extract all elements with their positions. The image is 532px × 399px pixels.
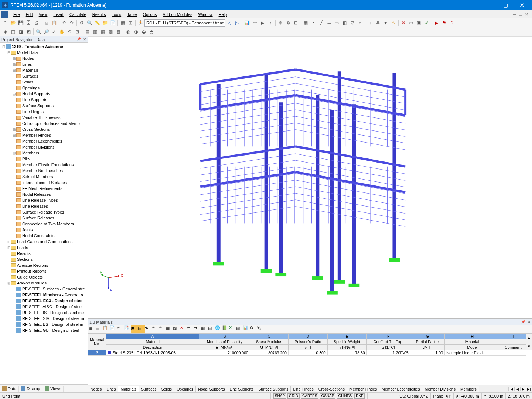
disp4-icon[interactable]: ◓ [148, 28, 155, 35]
del-icon[interactable]: ✕ [400, 19, 407, 27]
view3-icon[interactable]: ▦ [99, 28, 106, 35]
menu-insert[interactable]: Insert [50, 11, 66, 17]
tab-display[interactable]: Display [19, 386, 42, 392]
areaload-icon[interactable]: ▼ [382, 19, 389, 27]
report-icon[interactable]: 📄 [109, 19, 116, 27]
zoom-out-icon[interactable]: 🔎 [42, 28, 50, 35]
menu-edit[interactable]: Edit [23, 11, 36, 17]
menu-addon-modules[interactable]: Add-on Modules [160, 11, 195, 17]
line-icon[interactable]: ╱ [318, 19, 325, 27]
tab-last-icon[interactable]: ▶| [526, 387, 532, 391]
tree-item[interactable]: Ribs [0, 156, 88, 162]
tb-icon[interactable]: ▧ [173, 325, 180, 332]
tree-item[interactable]: Orthotropic Surfaces and Memb [0, 120, 88, 126]
hinge-icon[interactable]: ○ [357, 19, 364, 27]
table-tab[interactable]: Surface Supports [256, 386, 291, 392]
table-tab[interactable]: Member Eccentricities [379, 386, 422, 392]
tree-item[interactable]: ⊞Nodes [0, 55, 88, 61]
support-icon[interactable]: ▽ [349, 19, 356, 27]
tree-item[interactable]: Openings [0, 85, 88, 91]
tree-item[interactable]: RF-STEEL BS - Design of steel m [0, 321, 88, 327]
tree-item[interactable]: Connection of Two Members [0, 221, 88, 227]
tree-item[interactable]: Line Hinges [0, 109, 88, 115]
anim-icon[interactable]: ▶ [259, 19, 266, 27]
zoom-win-icon[interactable]: ⊡ [74, 28, 81, 35]
prev-icon[interactable]: ◁ [226, 19, 233, 27]
tree-item[interactable]: Surface Supports [0, 103, 88, 109]
tree-item[interactable]: ⊞Members [0, 150, 88, 156]
tree-item[interactable]: Nodal Releases [0, 191, 88, 197]
tab-first-icon[interactable]: |◀ [508, 387, 514, 391]
table-tab[interactable]: Nodal Supports [195, 386, 227, 392]
table-tab[interactable]: Openings [174, 386, 196, 392]
tb-icon[interactable]: ⇒ [194, 325, 201, 332]
maximize-button[interactable]: ▢ [497, 0, 514, 10]
tree-item[interactable]: RF-STEEL GB - Design of steel m [0, 327, 88, 333]
tree-item[interactable]: Member Eccentricities [0, 138, 88, 144]
tool-icon[interactable]: ⊕ [277, 19, 284, 27]
tree-item[interactable]: RF-STEEL IS - Design of steel me [0, 310, 88, 316]
snap-toggle[interactable]: OSNAP [320, 393, 335, 399]
pin-icon[interactable]: 📌 [77, 37, 81, 41]
tb-fx-icon[interactable]: fx [250, 325, 257, 332]
disp2-icon[interactable]: ◑ [132, 28, 140, 35]
xz-icon[interactable]: ◩ [25, 28, 32, 35]
model-viewport[interactable]: x y z [88, 36, 532, 318]
table-tab[interactable]: Member Hinges [347, 386, 379, 392]
tb-icon[interactable]: 📋 [103, 325, 110, 332]
tree-item[interactable]: Printout Reports [0, 268, 88, 274]
tab-views[interactable]: Views [42, 386, 64, 392]
tree-item[interactable]: ⊞Loads [0, 245, 88, 250]
window-icon[interactable]: ⊞ [127, 19, 134, 27]
tb-icon[interactable]: 📑 [124, 325, 131, 332]
tree-item[interactable]: Results [0, 250, 88, 256]
tree-item[interactable]: Variable Thicknesses [0, 115, 88, 120]
find-icon[interactable]: 🔍 [86, 19, 93, 27]
tree-item[interactable]: ⊞Load Cases and Combinations [0, 239, 88, 245]
menu-table[interactable]: Table [124, 11, 140, 17]
menu-file[interactable]: File [10, 11, 23, 17]
results-icon[interactable]: 📊 [243, 19, 251, 27]
tree-item[interactable]: RF-STEEL Members - General s [0, 292, 88, 298]
tb-icon[interactable]: ▦ [89, 325, 96, 332]
tb-icon[interactable]: 📗 [222, 325, 229, 332]
tb-icon[interactable]: ▦ [236, 325, 243, 332]
pan-icon[interactable]: ✋ [58, 28, 65, 35]
tb-icon[interactable]: ▤ [96, 325, 103, 332]
snap-toggle[interactable]: GLINES [337, 393, 353, 399]
view1-icon[interactable]: ▤ [83, 28, 91, 35]
member-icon[interactable]: ═ [325, 19, 333, 27]
tree-item[interactable]: Sections [0, 256, 88, 262]
tree-item[interactable]: ⊞Add-on Modules [0, 280, 88, 286]
person-icon[interactable]: 🏃 [137, 19, 144, 27]
table-icon[interactable]: ▦ [119, 19, 126, 27]
tree-item[interactable]: Surface Release Types [0, 209, 88, 215]
xy-icon[interactable]: ◫ [9, 28, 17, 35]
tree-item[interactable]: Member Divisions [0, 144, 88, 150]
tree-item[interactable]: Sets of Members [0, 174, 88, 180]
yz-icon[interactable]: ◪ [17, 28, 24, 35]
tree-item[interactable]: Guide Objects [0, 274, 88, 280]
table-tab[interactable]: Nodes [88, 386, 104, 392]
tree-item[interactable]: Surfaces [0, 73, 88, 79]
table-tab[interactable]: Cross-Sections [316, 386, 347, 392]
iso-icon[interactable]: ◈ [1, 28, 9, 35]
tree-item[interactable]: RF-STEEL SIA - Design of steel m [0, 316, 88, 321]
table-tab[interactable]: Members [458, 386, 479, 392]
mdi-minimize-icon[interactable]: — [512, 12, 517, 17]
navigator-tree[interactable]: ⊟1219 - Fondation Avicenne⊟Model Data⊞No… [0, 43, 88, 384]
cut-icon[interactable]: ✂ [407, 19, 415, 27]
tb-del-icon[interactable]: ✕ [180, 325, 187, 332]
table-tab[interactable]: Lines [104, 386, 118, 392]
tree-item[interactable]: ⊞Member Hinges [0, 132, 88, 138]
disp3-icon[interactable]: ◒ [140, 28, 147, 35]
tb-icon[interactable]: ⅟ₓ [257, 325, 264, 332]
menu-results[interactable]: Results [89, 11, 109, 17]
table-pin-icon[interactable]: 📌 [521, 320, 525, 324]
table-tab[interactable]: Member Divisions [422, 386, 458, 392]
view4-icon[interactable]: ▧ [107, 28, 114, 35]
tree-item[interactable]: Average Regions [0, 262, 88, 268]
tree-item[interactable]: ⊞Materials [0, 67, 88, 73]
menu-help[interactable]: Help [216, 11, 230, 17]
tree-item[interactable]: Member Elastic Foundations [0, 162, 88, 168]
